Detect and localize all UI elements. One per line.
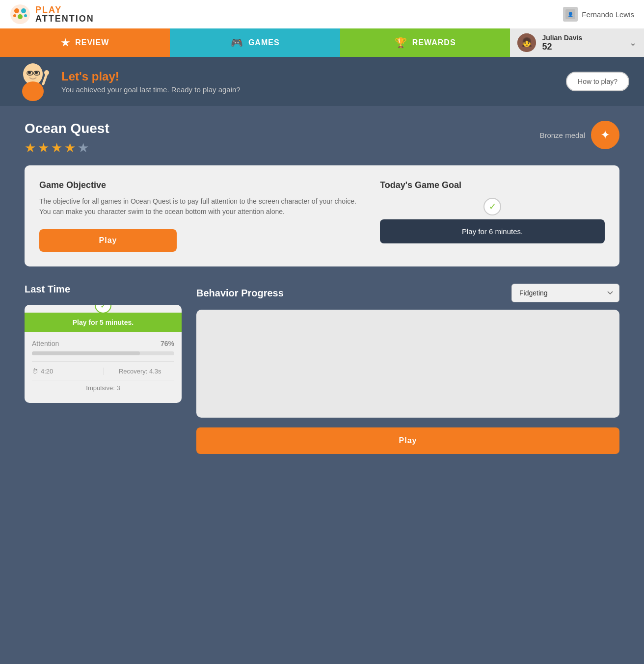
last-time-details: Attention 76% ⏱ 4:20 Recovery: 4.3s (25, 332, 182, 403)
star-icon: ★ (61, 37, 70, 49)
logo-play-text: PLAY (35, 5, 94, 14)
game-goal-title: Today's Game Goal (380, 180, 605, 190)
stat-divider (103, 368, 104, 375)
nav-bar: ★ REVIEW 🎮 GAMES 🏆 REWARDS 👧 Julian Davi… (0, 28, 644, 57)
nav-player-name: Julian Davis (542, 34, 623, 42)
banner-subtitle: You achieved your goal last time. Ready … (61, 85, 556, 94)
behavior-dropdown[interactable]: Fidgeting Attention Impulsive (511, 284, 619, 302)
svg-point-4 (13, 14, 16, 17)
nav-rewards-label: REWARDS (412, 38, 456, 47)
star-rating: ★ ★ ★ ★ ★ (25, 140, 109, 156)
star-4: ★ (64, 140, 76, 156)
goal-check-circle: ✓ (483, 198, 501, 215)
logo: PLAY ATTENTION (10, 4, 94, 25)
medal-label: Bronze medal (539, 131, 585, 139)
clock-icon: ⏱ (32, 368, 38, 375)
behavior-title: Behavior Progress (196, 288, 284, 299)
svg-point-13 (35, 71, 38, 74)
attention-row: Attention 76% (32, 340, 174, 347)
behavior-progress-section: Behavior Progress Fidgeting Attention Im… (196, 284, 619, 454)
svg-point-5 (24, 14, 27, 17)
trophy-icon: 🏆 (395, 37, 407, 49)
gamepad-icon: 🎮 (231, 37, 243, 49)
game-title-area: Ocean Quest ★ ★ ★ ★ ★ (25, 121, 109, 156)
goal-achieved-header: ✓ Play for 5 minutes. (25, 305, 182, 332)
nav-games[interactable]: 🎮 GAMES (170, 28, 340, 57)
logo-attention-text: ATTENTION (35, 14, 94, 23)
recovery-stat: Recovery: 4.3s (106, 368, 175, 375)
game-goal-section: Today's Game Goal ✓ Play for 6 minutes. (380, 180, 605, 252)
header-user-info: 👤 Fernando Lewis (563, 7, 634, 22)
main-content: Ocean Quest ★ ★ ★ ★ ★ Bronze medal ✦ Gam… (0, 106, 644, 469)
attention-progress-bar-bg (32, 351, 174, 355)
svg-point-12 (28, 71, 31, 74)
how-to-play-button[interactable]: How to play? (566, 72, 629, 91)
goal-achieved-bar: Play for 5 minutes. (25, 313, 182, 332)
banner: Let's play! You achieved your goal last … (0, 57, 644, 106)
time-stat: ⏱ 4:20 (32, 368, 101, 375)
goal-text-box: Play for 6 minutes. (380, 219, 605, 243)
play-button-bottom[interactable]: Play (196, 427, 619, 454)
star-3: ★ (51, 140, 62, 156)
logo-text: PLAY ATTENTION (35, 5, 94, 23)
svg-text:👤: 👤 (567, 11, 574, 18)
nav-user-profile[interactable]: 👧 Julian Davis 52 ⌄ (510, 28, 644, 57)
header-avatar: 👤 (563, 7, 578, 22)
character-illustration (15, 62, 52, 101)
last-time-section: Last Time ✓ Play for 5 minutes. Attentio… (25, 284, 182, 403)
game-objective-text: The objective for all games in Ocean Que… (39, 196, 360, 217)
goal-check-area: ✓ (380, 198, 605, 215)
medal-area: Bronze medal ✦ (539, 121, 619, 149)
medal-star-icon: ✦ (600, 128, 610, 142)
svg-point-18 (44, 70, 49, 75)
attention-label: Attention (32, 340, 59, 347)
play-button-main[interactable]: Play (39, 229, 177, 252)
game-objective-section: Game Objective The objective for all gam… (39, 180, 360, 252)
time-value: 4:20 (41, 368, 53, 375)
stats-row: ⏱ 4:20 Recovery: 4.3s (32, 361, 174, 375)
game-title: Ocean Quest (25, 121, 109, 136)
banner-title: Let's play! (61, 70, 556, 83)
star-2: ★ (38, 140, 49, 156)
game-objective-title: Game Objective (39, 180, 360, 190)
nav-player-score: 52 (542, 42, 623, 52)
behavior-chart (196, 310, 619, 418)
chevron-down-icon: ⌄ (629, 37, 637, 48)
behavior-header: Behavior Progress Fidgeting Attention Im… (196, 284, 619, 302)
svg-point-1 (14, 8, 19, 13)
nav-rewards[interactable]: 🏆 REWARDS (340, 28, 510, 57)
svg-point-2 (21, 8, 26, 13)
nav-review-label: REVIEW (75, 38, 109, 47)
star-1: ★ (25, 140, 36, 156)
medal-circle: ✦ (591, 121, 619, 149)
nav-user-info: Julian Davis 52 (542, 34, 623, 52)
nav-user-avatar: 👧 (517, 33, 536, 52)
banner-text: Let's play! You achieved your goal last … (61, 70, 556, 94)
game-header: Ocean Quest ★ ★ ★ ★ ★ Bronze medal ✦ (25, 121, 619, 156)
header-user-name: Fernando Lewis (582, 10, 634, 19)
game-card: Game Objective The objective for all gam… (25, 165, 619, 266)
attention-value: 76% (161, 340, 174, 347)
top-bar: PLAY ATTENTION 👤 Fernando Lewis (0, 0, 644, 28)
svg-text:👧: 👧 (521, 37, 533, 48)
nav-review[interactable]: ★ REVIEW (0, 28, 170, 57)
bottom-section: Last Time ✓ Play for 5 minutes. Attentio… (25, 284, 619, 454)
last-time-title: Last Time (25, 284, 182, 295)
svg-point-11 (22, 81, 44, 101)
last-time-card: ✓ Play for 5 minutes. Attention 76% ⏱ 4 (25, 305, 182, 403)
impulsive-stat: Impulsive: 3 (32, 380, 174, 396)
nav-games-label: GAMES (248, 38, 280, 47)
star-5: ★ (78, 140, 89, 156)
attention-progress-bar-fill (32, 351, 140, 355)
logo-icon (10, 4, 30, 25)
svg-point-3 (18, 14, 23, 19)
svg-line-17 (43, 74, 47, 84)
